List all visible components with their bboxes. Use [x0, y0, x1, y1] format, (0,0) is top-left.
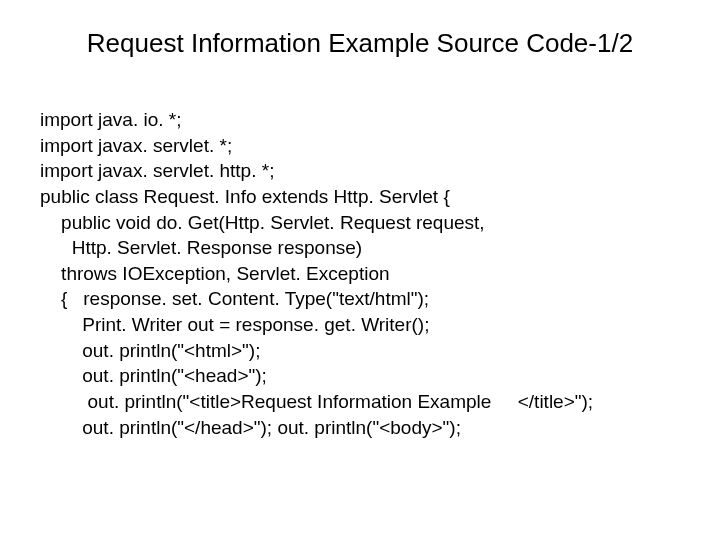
code-line: out. println("</head>"); out. println("<…: [40, 415, 680, 441]
code-line: out. println("<title>Request Information…: [40, 389, 680, 415]
slide-title: Request Information Example Source Code-…: [40, 28, 680, 59]
code-line: out. println("<html>");: [40, 338, 680, 364]
code-line: throws IOException, Servlet. Exception: [40, 261, 680, 287]
code-line: Print. Writer out = response. get. Write…: [40, 312, 680, 338]
code-line: import javax. servlet. *;: [40, 133, 680, 159]
code-line: public class Request. Info extends Http.…: [40, 184, 680, 210]
code-line: { response. set. Content. Type("text/htm…: [40, 286, 680, 312]
code-line: import java. io. *;: [40, 107, 680, 133]
code-line: public void do. Get(Http. Servlet. Reque…: [40, 210, 680, 236]
code-line: import javax. servlet. http. *;: [40, 158, 680, 184]
code-line: Http. Servlet. Response response): [40, 235, 680, 261]
code-block: import java. io. *; import javax. servle…: [40, 107, 680, 440]
code-line: out. println("<head>");: [40, 363, 680, 389]
